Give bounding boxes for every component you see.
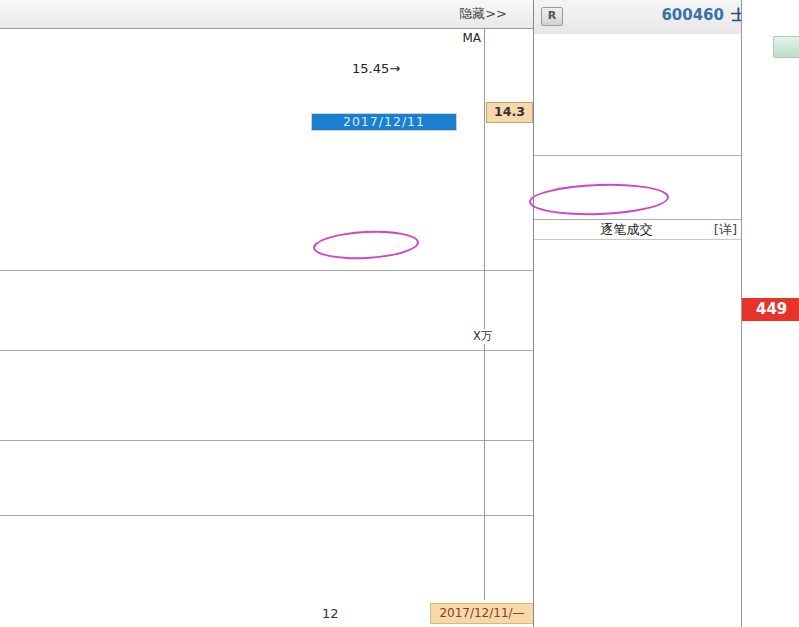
x-axis-strip: 12 2017/12/11/—	[0, 600, 533, 627]
quote-divider	[534, 155, 741, 156]
x-axis-date-box: 2017/12/11/—	[430, 603, 534, 624]
panel-divider	[0, 350, 533, 351]
tooltip-date: 2017/12/11	[312, 114, 456, 130]
chart-toolbar: 隐藏>>	[0, 0, 533, 29]
kline-tooltip: 2017/12/11	[311, 113, 457, 131]
panel-divider	[0, 440, 533, 441]
panel-divider	[0, 515, 533, 516]
panel-divider	[0, 270, 533, 271]
ma-indicator-label: MA	[435, 31, 481, 45]
tooltip-turnover-highlight-ellipse	[312, 228, 419, 262]
tick-list-header: 逐笔成交 [详]	[534, 219, 741, 240]
volume-unit-label: X万	[473, 329, 492, 344]
last-price-badge: 449	[742, 298, 799, 321]
stock-code: 600460	[661, 6, 724, 24]
x-axis-month-label: 12	[322, 606, 339, 621]
tick-list-title: 逐笔成交	[601, 222, 653, 237]
current-price-axis-box: 14.3	[486, 102, 533, 123]
r-button[interactable]: R	[541, 7, 563, 26]
axis-divider	[484, 28, 485, 600]
order-book-strip: 449	[741, 0, 799, 627]
hide-panel-button[interactable]: 隐藏>>	[459, 5, 507, 23]
tick-detail-link[interactable]: [详]	[714, 220, 737, 239]
stock-trading-app: 隐藏>> MA 15.45→ 14.3 X万 2017/12/11 12 201…	[0, 0, 799, 627]
partial-button[interactable]	[773, 36, 799, 58]
price-annotation: 15.45→	[352, 61, 400, 76]
